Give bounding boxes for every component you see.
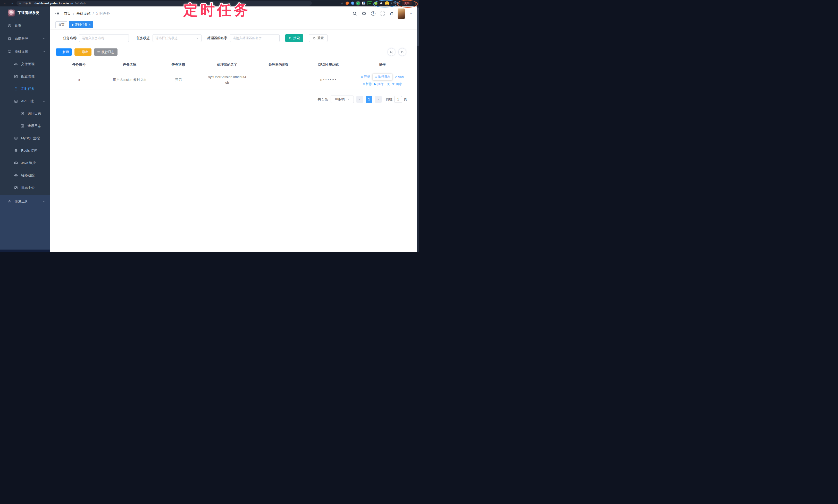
task-name-label: 任务名称 xyxy=(63,36,76,40)
tab-home[interactable]: 首页 xyxy=(55,21,67,28)
sidebar-item-file-manage[interactable]: 文件管理 xyxy=(0,58,50,70)
address-bar[interactable]: ⚠ 不安全 dashboard.yudao.iocoder.cn/infra/j… xyxy=(17,1,312,6)
sidebar-item-config-manage[interactable]: 配置管理 xyxy=(0,70,50,83)
task-name-input[interactable] xyxy=(79,34,129,42)
goto-page-input[interactable] xyxy=(394,96,402,103)
filter-form: 任务名称 任务状态 请选择任务状态 处理器的名字 搜索 xyxy=(63,34,411,42)
handler-name-input[interactable] xyxy=(230,34,280,42)
pagination: 共 1 条 10条/页 ‹ 1 › 前往 页 xyxy=(56,95,411,103)
extension-icon-grid[interactable] xyxy=(362,2,365,5)
github-icon[interactable] xyxy=(362,11,366,16)
sidebar-item-system[interactable]: 系统管理 xyxy=(0,32,50,45)
breadcrumb-separator: / xyxy=(73,12,74,15)
refresh-table-button[interactable] xyxy=(398,48,406,56)
exec-log-button[interactable]: 执行日志 xyxy=(94,49,118,56)
sidebar-item-infra[interactable]: 基础设施 xyxy=(0,45,50,58)
list-icon xyxy=(97,51,100,54)
sidebar-item-mysql-monitor[interactable]: MySQL 监控 xyxy=(0,132,50,144)
timer-icon xyxy=(14,87,18,91)
app-logo-row[interactable]: 芋道管理系统 xyxy=(0,6,50,19)
extension-icon-orange[interactable] xyxy=(346,2,349,5)
action-detail[interactable]: 详细 xyxy=(361,75,370,79)
col-header-status: 任务状态 xyxy=(157,62,199,67)
sidebar-item-error-log[interactable]: 错误日志 xyxy=(0,120,50,132)
toggle-search-button[interactable] xyxy=(387,48,395,56)
sidebar-top-section: 芋道管理系统 首页 系统管理 基础设施 文件管理 配置 xyxy=(0,6,50,195)
not-secure-label: 不安全 xyxy=(23,1,31,5)
sidebar-item-api-log[interactable]: API 日志 xyxy=(0,95,50,107)
search-icon[interactable] xyxy=(352,11,357,16)
sidebar-item-scheduled-job[interactable]: 定时任务 xyxy=(0,83,50,95)
toolbox-icon xyxy=(8,200,11,203)
sidebar-collapse-icon[interactable] xyxy=(55,11,59,16)
page-size-select[interactable]: 10条/页 xyxy=(331,95,354,103)
table-toolbar: + 新增 导出 执行日志 xyxy=(56,48,411,56)
font-size-icon[interactable]: ᴛT xyxy=(390,12,393,15)
profile-paused-label: 已暂停 xyxy=(391,1,400,5)
profile-avatar-emoji[interactable] xyxy=(385,1,389,5)
extensions-puzzle-icon[interactable] xyxy=(380,2,383,5)
browser-menu-icon[interactable]: ⋮ xyxy=(414,1,417,5)
search-button[interactable]: 搜索 xyxy=(285,34,303,42)
url-path: /infra/job xyxy=(75,2,86,5)
sidebar-item-home[interactable]: 首页 xyxy=(0,19,50,32)
sidebar-item-redis-monitor[interactable]: Redis 监控 xyxy=(0,144,50,157)
add-button[interactable]: + 新增 xyxy=(56,49,72,56)
prev-page-button[interactable]: ‹ xyxy=(356,96,363,103)
play-icon: ▶ xyxy=(374,82,377,86)
sidebar-item-trace[interactable]: 链路追踪 xyxy=(0,169,50,182)
scrollbar-thumb[interactable] xyxy=(417,7,419,46)
breadcrumb-current: 定时任务 xyxy=(96,11,110,16)
bookmark-star-icon[interactable]: ☆ xyxy=(341,2,344,5)
gear-icon xyxy=(8,37,11,40)
cell-cron: 0 * * * * ? * xyxy=(302,78,354,82)
help-icon[interactable]: ? xyxy=(371,11,376,16)
task-status-select[interactable]: 请选择任务状态 xyxy=(153,34,202,42)
sidebar-item-label: 错误日志 xyxy=(28,124,41,128)
handler-name-label: 处理器的名字 xyxy=(207,36,227,40)
current-page-button[interactable]: 1 xyxy=(366,96,372,103)
user-avatar[interactable] xyxy=(398,8,405,19)
fullscreen-icon[interactable] xyxy=(380,11,385,16)
breadcrumb-separator: / xyxy=(93,12,94,15)
sidebar-item-dev-tools[interactable]: 研发工具 xyxy=(0,195,50,208)
sidebar-item-access-log[interactable]: 访问日志 xyxy=(0,107,50,120)
sidebar-item-label: 定时任务 xyxy=(21,87,35,91)
export-button[interactable]: 导出 xyxy=(74,49,91,56)
extension-icon-green-check[interactable]: ✓ xyxy=(356,2,360,5)
cell-handler: sysUserSessionTimeoutJob xyxy=(207,74,247,86)
action-run-once[interactable]: ▶ 执行一次 xyxy=(374,82,390,86)
screen: ← → ⌂ ⚠ 不安全 dashboard.yudao.iocoder.cn/i… xyxy=(0,0,419,252)
extension-on-badge[interactable]: on xyxy=(367,1,372,5)
page-scrollbar[interactable] xyxy=(417,6,419,252)
cloud-upload-icon xyxy=(14,62,18,66)
next-page-button[interactable]: › xyxy=(375,96,382,103)
chevron-down-icon xyxy=(43,37,46,40)
terminal-icon xyxy=(14,161,18,165)
avatar-dropdown-caret-icon[interactable]: ▼ xyxy=(410,12,412,15)
sidebar-item-label: Java 监控 xyxy=(21,161,36,165)
sidebar-item-label: 链路追踪 xyxy=(21,173,35,178)
action-edit[interactable]: 修改 xyxy=(395,75,404,79)
action-exec-log[interactable]: 执行日志 xyxy=(373,74,392,80)
extension-icon-leaf[interactable] xyxy=(374,2,378,5)
tab-scheduled-job[interactable]: 定时任务 × xyxy=(69,21,93,28)
reset-button[interactable]: 重置 xyxy=(309,34,328,42)
extension-icon-blue[interactable] xyxy=(351,2,354,5)
sidebar-item-label: 首页 xyxy=(15,23,21,28)
breadcrumb-home[interactable]: 首页 xyxy=(64,11,71,16)
action-pause[interactable]: × 暂停 xyxy=(363,82,372,86)
tab-close-icon[interactable]: × xyxy=(89,23,90,26)
col-header-cron: CRON 表达式 xyxy=(302,62,354,67)
goto-page: 前往 页 xyxy=(386,96,407,103)
forward-icon[interactable]: → xyxy=(10,0,14,6)
action-delete[interactable]: 删除 xyxy=(392,82,402,86)
breadcrumb-infra[interactable]: 基础设施 xyxy=(76,11,90,16)
select-caret-icon xyxy=(347,98,350,101)
browser-extensions-area: ☆ ✓ on 已暂停 更新 ⋮ xyxy=(341,0,417,6)
chevron-down-icon xyxy=(43,200,46,203)
chrome-update-button[interactable]: 更新 xyxy=(402,1,412,5)
back-icon[interactable]: ← xyxy=(3,0,6,6)
sidebar-item-java-monitor[interactable]: Java 监控 xyxy=(0,157,50,169)
sidebar-item-log-center[interactable]: 日志中心 xyxy=(0,182,50,194)
